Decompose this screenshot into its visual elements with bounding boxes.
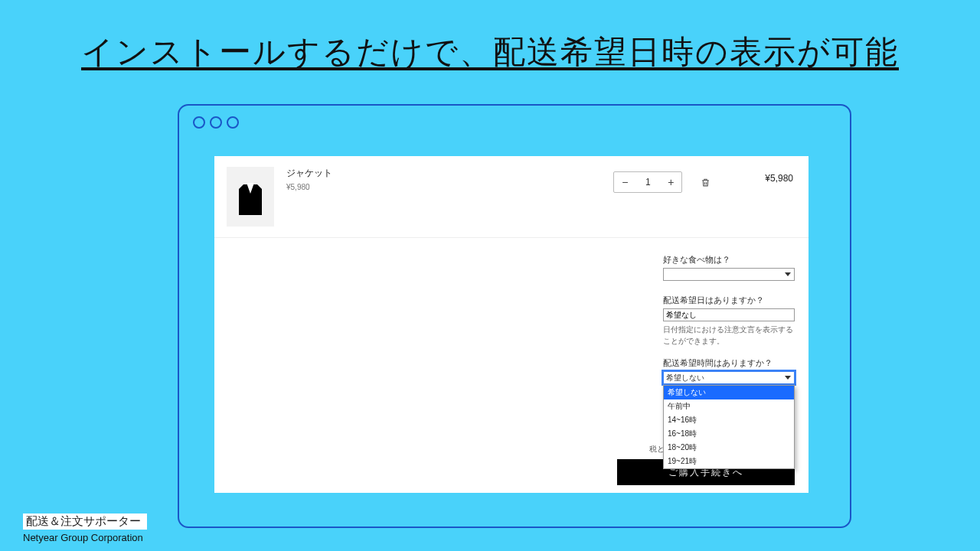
- time-option[interactable]: 16~18時: [664, 427, 794, 441]
- time-option[interactable]: 午前中: [664, 399, 794, 413]
- delivery-time-dropdown: 希望しない 午前中 14~16時 16~18時 18~20時 19~21時: [663, 385, 795, 469]
- checkout-page: ジャケット ¥5,980 − 1 + ¥5,980 好きな食べ物は？: [214, 156, 808, 493]
- window-control-min[interactable]: [210, 116, 222, 129]
- product-unit-price: ¥5,980: [286, 183, 332, 191]
- quantity-increase-button[interactable]: +: [660, 172, 681, 192]
- delivery-date-label: 配送希望日はありますか？: [663, 295, 795, 306]
- delivery-time-select[interactable]: 希望しない: [663, 371, 795, 384]
- window-controls: [179, 106, 850, 135]
- browser-window: ジャケット ¥5,980 − 1 + ¥5,980 好きな食べ物は？: [178, 104, 851, 528]
- cart-row: ジャケット ¥5,980 − 1 + ¥5,980: [214, 156, 808, 238]
- window-control-max[interactable]: [227, 116, 239, 129]
- fav-food-select[interactable]: [663, 268, 795, 281]
- quantity-value: 1: [635, 172, 660, 192]
- company-name: Netyear Group Corporation: [23, 532, 147, 543]
- line-price: ¥5,980: [765, 173, 793, 184]
- remove-item-button[interactable]: [699, 176, 711, 188]
- page-title: インストールするだけで、配送希望日時の表示が可能: [0, 0, 980, 73]
- time-option[interactable]: 希望しない: [664, 386, 794, 399]
- quantity-stepper: − 1 +: [613, 171, 682, 193]
- delivery-date-input[interactable]: [663, 308, 795, 321]
- quantity-decrease-button[interactable]: −: [614, 172, 635, 192]
- delivery-time-label: 配送希望時間はありますか？: [663, 357, 795, 369]
- window-control-close[interactable]: [193, 116, 205, 129]
- time-option[interactable]: 14~16時: [664, 413, 794, 427]
- time-option[interactable]: 19~21時: [664, 455, 794, 468]
- product-thumbnail[interactable]: [227, 167, 274, 227]
- product-name: ジャケット: [286, 167, 332, 180]
- trash-icon: [701, 178, 710, 187]
- fav-food-label: 好きな食べ物は？: [663, 254, 795, 266]
- delivery-time-selected: 希望しない: [666, 372, 792, 383]
- delivery-form: 好きな食べ物は？ 配送希望日はありますか？ 日付指定における注意文言を表示するこ…: [663, 254, 795, 384]
- app-name: 配送＆注文サポーター: [23, 514, 147, 530]
- branding: 配送＆注文サポーター Netyear Group Corporation: [23, 514, 147, 543]
- delivery-date-note: 日付指定における注意文言を表示することができます。: [663, 324, 795, 347]
- time-option[interactable]: 18~20時: [664, 441, 794, 455]
